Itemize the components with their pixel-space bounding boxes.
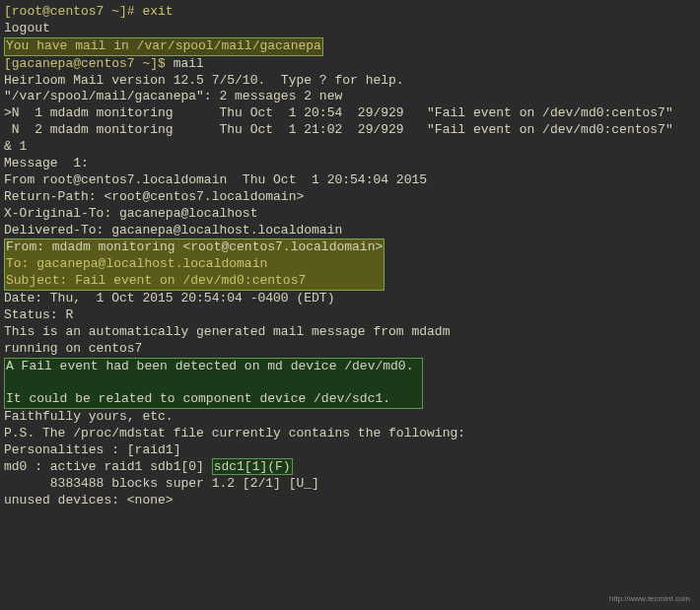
- mail-notice-highlight: You have mail in /var/spool/mail/gacanep…: [4, 37, 323, 56]
- mdstat-md0-prefix: md0 : active raid1 sdb1[0]: [4, 459, 212, 474]
- mdstat-personalities: Personalities : [raid1]: [4, 442, 696, 459]
- mail-input-select: & 1: [4, 139, 696, 156]
- signature: Faithfully yours, etc.: [4, 409, 696, 426]
- output-logout: logout: [4, 21, 696, 37]
- message-header-number: Message 1:: [4, 156, 696, 172]
- mail-command: mail: [174, 56, 204, 71]
- watermark: http://www.tecmint.com: [609, 594, 690, 604]
- prompt-root-exit: [root@centos7 ~]# exit: [4, 4, 696, 21]
- mail-message-1: >N 1 mdadm monitoring Thu Oct 1 20:54 29…: [4, 105, 696, 122]
- prompt-prefix: [gacanepa@centos7 ~]$: [4, 56, 174, 71]
- header-to: To: gacanepa@localhost.localdomain: [6, 256, 368, 271]
- mdstat-blocks: 8383488 blocks super 1.2 [2/1] [U_]: [4, 476, 696, 493]
- mail-mailbox: "/var/spool/mail/gacanepa": 2 messages 2…: [4, 89, 696, 105]
- fail-event-component: It could be related to component device …: [6, 391, 413, 406]
- fail-event-block: A Fail event had been detected on md dev…: [4, 358, 696, 410]
- mdstat-md0: md0 : active raid1 sdb1[0] sdc1[1](F): [4, 459, 696, 476]
- message-delivered-to: Delivered-To: gacanepa@localhost.localdo…: [4, 223, 696, 239]
- message-status: Status: R: [4, 307, 696, 324]
- header-subject: Subject: Fail event on /dev/md0:centos7: [6, 273, 368, 288]
- message-body-2: running on centos7: [4, 341, 696, 358]
- headers-highlight-box: From: mdadm monitoring <root@centos7.loc…: [4, 238, 385, 291]
- message-body-1: This is an automatically generated mail …: [4, 324, 696, 341]
- message-from-line: From root@centos7.localdomain Thu Oct 1 …: [4, 172, 696, 189]
- fail-event-highlight: A Fail event had been detected on md dev…: [4, 358, 423, 410]
- fail-event-blank: [6, 375, 421, 390]
- mdstat-failed-device: sdc1[1](F): [212, 458, 293, 475]
- mail-message-2: N 2 mdadm monitoring Thu Oct 1 21:02 29/…: [4, 122, 696, 139]
- header-from: From: mdadm monitoring <root@centos7.loc…: [6, 239, 383, 254]
- message-return-path: Return-Path: <root@centos7.localdomain>: [4, 189, 696, 206]
- ps-mdstat: P.S. The /proc/mdstat file currently con…: [4, 426, 696, 442]
- prompt-user-mail: [gacanepa@centos7 ~]$ mail: [4, 56, 696, 73]
- mail-version: Heirloom Mail version 12.5 7/5/10. Type …: [4, 73, 696, 90]
- fail-event-detected: A Fail event had been detected on md dev…: [6, 359, 413, 373]
- message-headers-highlighted: From: mdadm monitoring <root@centos7.loc…: [4, 238, 696, 291]
- message-x-original-to: X-Original-To: gacanepa@localhost: [4, 206, 696, 223]
- mail-notice-line: You have mail in /var/spool/mail/gacanep…: [4, 37, 696, 56]
- mdstat-unused: unused devices: <none>: [4, 493, 696, 509]
- message-date: Date: Thu, 1 Oct 2015 20:54:04 -0400 (ED…: [4, 291, 696, 307]
